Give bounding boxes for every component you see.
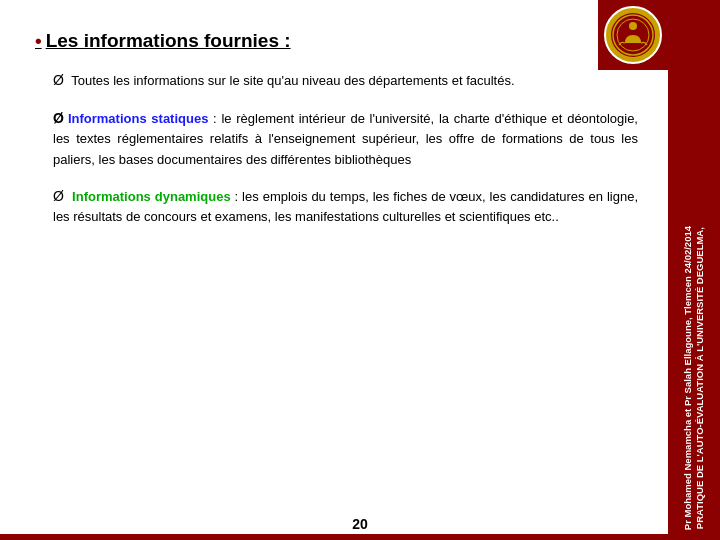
page-number: 20 — [352, 516, 368, 532]
section-1: Ø Toutes les informations sur le site qu… — [35, 70, 638, 92]
section-3: Ø Informations dynamiques : les emplois … — [35, 186, 638, 228]
sidebar-line1: PRATIQUE DE L'AUTO-ÉVALUATION À L'UNIVER… — [694, 227, 705, 529]
bullet-symbol: • — [35, 30, 42, 51]
arrow-1: Ø — [53, 72, 64, 88]
section-1-text: Toutes les informations sur le site qu'a… — [71, 73, 514, 88]
label-dynamic: Informations dynamiques — [72, 189, 231, 204]
main-title: •Les informations fournies : — [35, 30, 638, 52]
sidebar-line2: Pr Mohamed Nemamcha et Pr Salah Ellagoun… — [682, 226, 693, 530]
main-content: •Les informations fournies : Ø Toutes le… — [0, 0, 668, 540]
section-2: ØInformations statiques : le règlement i… — [35, 108, 638, 170]
arrow-2: Ø — [53, 110, 64, 126]
bottom-bar — [0, 534, 668, 540]
page-container: •Les informations fournies : Ø Toutes le… — [0, 0, 720, 540]
arrow-3: Ø — [53, 188, 68, 204]
label-static: Informations statiques — [68, 111, 209, 126]
sidebar-text: Pr Mohamed Nemamcha et Pr Salah Ellagoun… — [678, 226, 711, 530]
right-sidebar: Pr Mohamed Nemamcha et Pr Salah Ellagoun… — [668, 0, 720, 540]
title-text: Les informations fournies : — [46, 30, 291, 51]
